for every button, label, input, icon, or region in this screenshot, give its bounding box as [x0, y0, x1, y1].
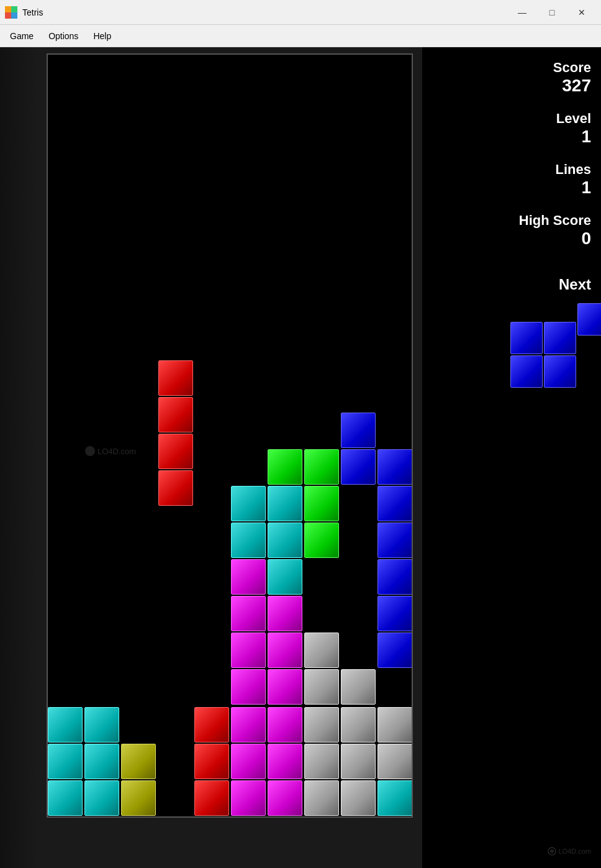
block-mag1 — [231, 559, 266, 595]
block-gray11 — [377, 744, 412, 779]
block-cyan-m5 — [268, 486, 302, 521]
svg-rect-1 — [5, 6, 11, 12]
block-gray6 — [341, 669, 376, 705]
block-blue2 — [341, 449, 376, 485]
block-blue5 — [377, 523, 412, 558]
left-padding — [0, 47, 37, 868]
next-block-4 — [544, 355, 576, 388]
block-blue3 — [377, 449, 412, 485]
block-red-1 — [158, 360, 193, 396]
block-mag12 — [268, 744, 302, 779]
block-red-b1 — [194, 707, 229, 742]
close-button[interactable]: ✕ — [567, 3, 596, 22]
next-block-5 — [577, 303, 601, 336]
high-score-value: 0 — [581, 229, 591, 249]
block-green4 — [304, 523, 339, 558]
menu-help[interactable]: Help — [86, 27, 119, 45]
block-mag4 — [231, 669, 266, 705]
sidebar-watermark: LO4D.com — [548, 847, 591, 856]
block-red-2 — [158, 397, 193, 432]
menu-game[interactable]: Game — [2, 27, 41, 45]
game-board[interactable]: LO4D.com — [47, 53, 413, 818]
game-container: LO4D.com — [0, 47, 601, 868]
block-red-b2 — [194, 744, 229, 779]
block-cyan-bl1 — [48, 707, 83, 742]
next-piece-display — [510, 303, 585, 359]
menu-bar: Game Options Help — [0, 25, 601, 47]
next-block-1 — [510, 322, 543, 354]
next-block-2 — [544, 322, 576, 354]
block-blue4 — [377, 486, 412, 521]
block-gray10 — [377, 707, 412, 742]
block-gray3 — [304, 707, 339, 742]
block-mag5 — [231, 707, 266, 742]
block-cyan-bl2 — [84, 707, 119, 742]
block-red-3 — [158, 434, 193, 469]
maximize-button[interactable]: □ — [538, 3, 566, 22]
score-value: 327 — [562, 76, 591, 96]
title-bar: Tetris — □ ✕ — [0, 0, 601, 25]
score-label: Score — [553, 60, 591, 76]
app-icon — [5, 6, 17, 19]
svg-point-5 — [550, 849, 554, 853]
svg-rect-0 — [5, 12, 11, 19]
next-block-3 — [510, 355, 543, 388]
board-wrapper: LO4D.com — [37, 47, 422, 868]
block-gray7 — [341, 707, 376, 742]
level-label: Level — [556, 111, 591, 127]
menu-options[interactable]: Options — [41, 27, 86, 45]
block-gray1 — [304, 633, 339, 668]
window-title: Tetris — [22, 7, 508, 17]
lines-value: 1 — [581, 178, 591, 198]
level-value: 1 — [581, 127, 591, 147]
block-blue6 — [377, 559, 412, 595]
minimize-button[interactable]: — — [508, 3, 536, 22]
block-mag11 — [268, 707, 302, 742]
block-green2 — [304, 449, 339, 485]
block-blue7 — [377, 596, 412, 631]
block-gray4 — [304, 744, 339, 779]
block-mag2 — [231, 596, 266, 631]
block-red-b3 — [194, 780, 229, 816]
window-controls: — □ ✕ — [508, 3, 596, 22]
block-green1 — [268, 449, 302, 485]
block-cyan-m4 — [231, 486, 266, 521]
svg-rect-2 — [11, 6, 17, 12]
block-yg2 — [121, 780, 156, 816]
block-blue8 — [377, 633, 412, 668]
block-mag3 — [231, 633, 266, 668]
block-mag13 — [268, 780, 302, 816]
block-mag9 — [268, 633, 302, 668]
block-gray2 — [304, 669, 339, 705]
svg-rect-3 — [11, 12, 17, 19]
block-cyan-bl3 — [48, 744, 83, 779]
high-score-label: High Score — [519, 212, 591, 229]
block-mag6 — [231, 744, 266, 779]
block-mag8 — [268, 596, 302, 631]
lines-label: Lines — [556, 162, 591, 178]
block-gray9 — [341, 780, 376, 816]
block-gray5 — [304, 780, 339, 816]
block-blue1 — [341, 413, 376, 448]
block-cyan-m1 — [268, 559, 302, 595]
block-gray8 — [341, 744, 376, 779]
block-red-4 — [158, 470, 193, 506]
block-green3 — [304, 486, 339, 521]
block-cyan-m2 — [231, 523, 266, 558]
block-cyan-bl6 — [84, 780, 119, 816]
block-cyan-bl5 — [48, 780, 83, 816]
sidebar: Score 327 Level 1 Lines 1 High Score 0 N… — [422, 47, 601, 868]
block-yg1 — [121, 744, 156, 779]
block-cyan-r1 — [377, 780, 412, 816]
watermark-board: LO4D.com — [85, 446, 136, 456]
block-mag7 — [231, 780, 266, 816]
block-cyan-bl4 — [84, 744, 119, 779]
next-label: Next — [559, 276, 591, 293]
block-cyan-m3 — [268, 523, 302, 558]
block-mag10 — [268, 669, 302, 705]
